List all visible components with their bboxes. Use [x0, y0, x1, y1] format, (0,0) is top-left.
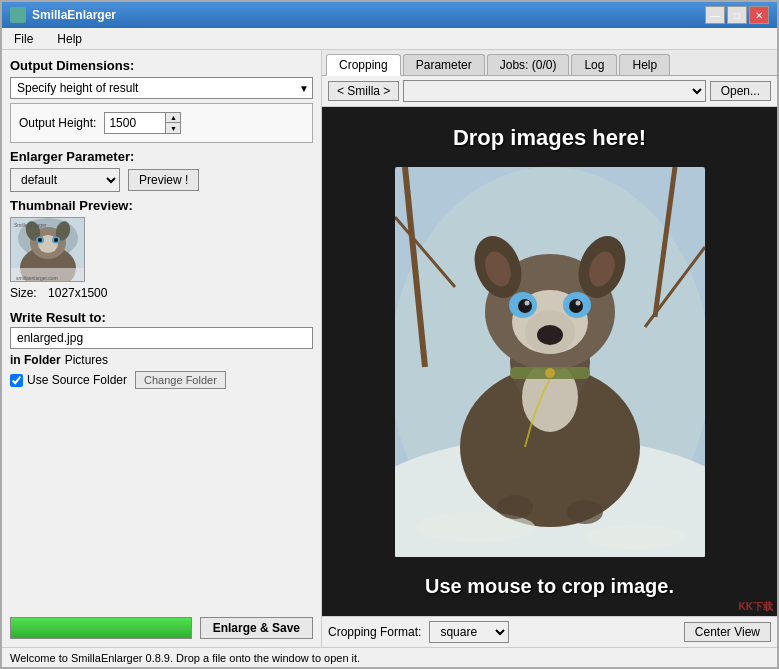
path-dropdown[interactable] — [403, 80, 705, 102]
change-folder-button[interactable]: Change Folder — [135, 371, 226, 389]
thumbnail-preview-label: Thumbnail Preview: — [10, 198, 313, 213]
output-height-row: Output Height: ▲ ▼ — [19, 112, 304, 134]
svg-point-37 — [575, 300, 580, 305]
folder-row: in Folder Pictures — [10, 353, 313, 367]
tabs-bar: Cropping Parameter Jobs: (0/0) Log Help — [322, 50, 777, 76]
size-display: Size: 1027x1500 — [10, 286, 313, 300]
svg-point-44 — [567, 500, 603, 524]
maximize-button[interactable]: □ — [727, 6, 747, 24]
progress-bar-container — [10, 617, 192, 639]
progress-bar-fill — [11, 618, 191, 638]
spin-down-button[interactable]: ▼ — [166, 123, 180, 133]
enlarge-save-button[interactable]: Enlarge & Save — [200, 617, 313, 639]
crop-text: Use mouse to crop image. — [322, 575, 777, 598]
title-bar-left: SmillaEnlarger — [10, 7, 116, 23]
dimension-dropdown-container: Specify height of result Specify width o… — [10, 77, 313, 99]
enlarger-row: default preset 1 preset 2 Preview ! — [10, 168, 313, 192]
svg-point-40 — [545, 368, 555, 378]
tab-log[interactable]: Log — [571, 54, 617, 75]
write-result-label: Write Result to: — [10, 310, 313, 325]
open-button[interactable]: Open... — [710, 81, 771, 101]
size-value: 1027x1500 — [48, 286, 107, 300]
enlarger-section: Enlarger Parameter: default preset 1 pre… — [10, 149, 313, 192]
checkbox-row: Use Source Folder Change Folder — [10, 371, 313, 389]
dimension-dropdown[interactable]: Specify height of result Specify width o… — [10, 77, 313, 99]
close-button[interactable]: ✕ — [749, 6, 769, 24]
menu-bar: File Help — [2, 28, 777, 50]
path-nav-button[interactable]: < Smilla > — [328, 81, 399, 101]
output-height-label: Output Height: — [19, 116, 96, 130]
app-icon — [10, 7, 26, 23]
bottom-bar: Cropping Format: square free 4:3 16:9 3:… — [322, 616, 777, 647]
svg-point-38 — [537, 325, 563, 345]
main-content: Output Dimensions: Specify height of res… — [2, 50, 777, 647]
use-source-folder-checkbox[interactable] — [10, 374, 23, 387]
tab-parameter[interactable]: Parameter — [403, 54, 485, 75]
folder-name: Pictures — [65, 353, 108, 367]
center-view-button[interactable]: Center View — [684, 622, 771, 642]
title-bar: SmillaEnlarger — □ ✕ — [2, 2, 777, 28]
thumbnail-section: Thumbnail Preview: — [10, 198, 313, 300]
tab-cropping[interactable]: Cropping — [326, 54, 401, 76]
spinner-buttons: ▲ ▼ — [165, 113, 180, 133]
use-source-folder-label: Use Source Folder — [27, 373, 127, 387]
tab-help[interactable]: Help — [619, 54, 670, 75]
tab-jobs[interactable]: Jobs: (0/0) — [487, 54, 570, 75]
thumbnail-box: SmillaEnlarger smillaenlarger.com — [10, 217, 85, 282]
in-folder-label: in Folder — [10, 353, 61, 367]
enlarge-bar: Enlarge & Save — [10, 609, 313, 639]
svg-point-9 — [38, 238, 42, 242]
svg-point-35 — [569, 299, 583, 313]
svg-text:smillaenlarger.com: smillaenlarger.com — [16, 275, 58, 281]
left-panel: Output Dimensions: Specify height of res… — [2, 50, 322, 647]
status-bar: Welcome to SmillaEnlarger 0.8.9. Drop a … — [2, 647, 777, 667]
filename-input[interactable] — [10, 327, 313, 349]
output-box: Output Height: ▲ ▼ — [10, 103, 313, 143]
svg-point-34 — [518, 299, 532, 313]
write-result-section: Write Result to: in Folder Pictures Use … — [10, 306, 313, 389]
svg-point-10 — [54, 238, 58, 242]
path-bar: < Smilla > Open... — [322, 76, 777, 107]
svg-point-43 — [497, 495, 533, 519]
output-height-spinner: ▲ ▼ — [104, 112, 181, 134]
preview-button[interactable]: Preview ! — [128, 169, 199, 191]
crop-format-select[interactable]: square free 4:3 16:9 3:2 — [429, 621, 509, 643]
window-controls: — □ ✕ — [705, 6, 769, 24]
output-dimensions-label: Output Dimensions: — [10, 58, 313, 73]
enlarger-parameter-label: Enlarger Parameter: — [10, 149, 313, 164]
output-dimensions-section: Output Dimensions: Specify height of res… — [10, 58, 313, 143]
main-window: SmillaEnlarger — □ ✕ File Help Output Di… — [0, 0, 779, 669]
drop-text: Drop images here! — [322, 125, 777, 151]
crop-format-label: Cropping Format: — [328, 625, 421, 639]
window-title: SmillaEnlarger — [32, 8, 116, 22]
thumbnail-image: SmillaEnlarger smillaenlarger.com — [11, 218, 84, 281]
menu-file[interactable]: File — [6, 30, 41, 48]
status-text: Welcome to SmillaEnlarger 0.8.9. Drop a … — [10, 652, 360, 664]
minimize-button[interactable]: — — [705, 6, 725, 24]
spin-up-button[interactable]: ▲ — [166, 113, 180, 123]
svg-point-42 — [585, 525, 685, 549]
enlarger-dropdown[interactable]: default preset 1 preset 2 — [10, 168, 120, 192]
svg-text:SmillaEnlarger: SmillaEnlarger — [14, 222, 47, 228]
right-panel: Cropping Parameter Jobs: (0/0) Log Help … — [322, 50, 777, 647]
enlarger-dropdown-container: default preset 1 preset 2 — [10, 168, 120, 192]
watermark: KK下载 — [739, 600, 773, 614]
size-label: Size: — [10, 286, 37, 300]
output-height-input[interactable] — [105, 113, 165, 133]
svg-point-36 — [524, 300, 529, 305]
image-area[interactable]: Drop images here! — [322, 107, 777, 616]
preview-image — [395, 167, 705, 557]
menu-help[interactable]: Help — [49, 30, 90, 48]
